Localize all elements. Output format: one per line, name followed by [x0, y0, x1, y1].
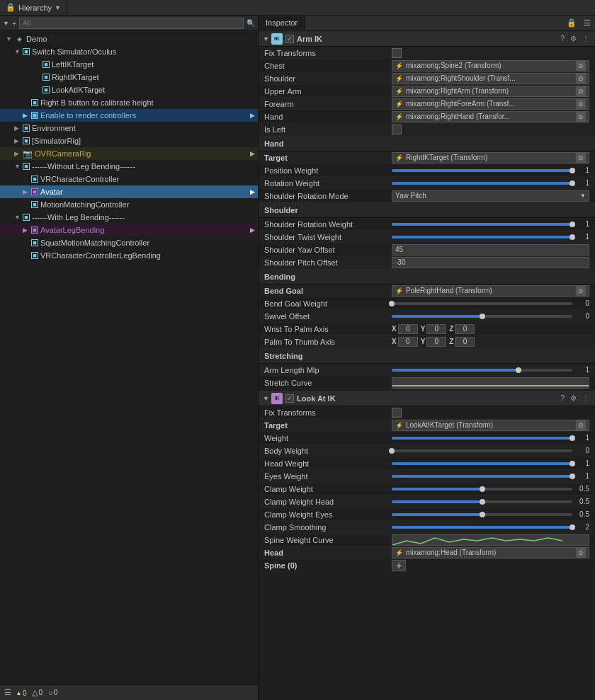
eyes-weight-handle[interactable] [570, 474, 575, 479]
clamp-weight-handle[interactable] [480, 486, 485, 492]
head-weight-handle[interactable] [570, 461, 575, 466]
shoulder-rotation-weight-slider[interactable] [392, 223, 572, 226]
spine-add-button[interactable]: + [392, 560, 406, 571]
look-weight-slider[interactable] [392, 437, 572, 440]
shoulder-rotation-mode-dropdown[interactable]: Yaw Pitch ▼ [392, 190, 589, 202]
eyes-weight-slider[interactable] [392, 475, 572, 478]
look-weight-handle[interactable] [570, 435, 575, 441]
tree-item-without-leg[interactable]: ▼ ■ ------Without Leg Bending------ [0, 160, 258, 173]
settings-icon[interactable]: ⚙ [569, 394, 578, 402]
shoulder-rotation-weight-handle[interactable] [570, 222, 575, 227]
menu-icon[interactable]: ☰ [4, 688, 11, 697]
look-at-ik-enabled-checkbox[interactable] [285, 394, 294, 403]
tree-item-lookat-ik[interactable]: ■ LookAtIKTarget [0, 84, 258, 96]
tree-item-avatar-leg[interactable]: ▶ ■ AvatarLegBending ▶ [0, 224, 258, 236]
inspector-tab[interactable]: Inspector [259, 16, 305, 30]
shoulder-yaw-offset-input[interactable] [392, 244, 589, 256]
body-weight-handle[interactable] [389, 448, 395, 454]
forearm-select-btn[interactable]: ⊙ [576, 99, 586, 109]
clamp-weight-head-handle[interactable] [480, 499, 485, 505]
palm-thumb-x-input[interactable] [398, 337, 418, 347]
help-icon[interactable]: ? [559, 394, 566, 402]
swivel-offset-slider[interactable] [392, 315, 572, 318]
chest-ref[interactable]: ⚡ mixamorig:Spine2 (Transform) ⊙ [392, 60, 589, 71]
arm-length-mlp-handle[interactable] [516, 367, 521, 373]
tree-item-enable-render[interactable]: ▶ ■ Enable to render controllers ▶ [0, 109, 258, 122]
wrist-palm-y-input[interactable] [426, 324, 446, 334]
head-ref[interactable]: ⚡ mixamorig:Head (Transform) ⊙ [392, 547, 589, 558]
forearm-ref[interactable]: ⚡ mixamorig:RightForeArm (Transf... ⊙ [392, 98, 589, 110]
hierarchy-tab-menu-icon[interactable]: ▼ [55, 4, 61, 11]
head-ref-select-btn[interactable]: ⊙ [576, 548, 586, 558]
palm-thumb-z-input[interactable] [455, 337, 475, 347]
bend-goal-weight-handle[interactable] [389, 301, 395, 306]
tree-item-calibrate[interactable]: ■ Right B button to calibrate height [0, 96, 258, 109]
target-select-btn[interactable]: ⊙ [576, 153, 586, 163]
tree-item-vr-char-ctrl[interactable]: ■ VRCharacterController [0, 173, 258, 185]
shoulder-twist-weight-slider[interactable] [392, 236, 572, 239]
is-left-checkbox[interactable] [392, 125, 402, 134]
tree-item-motion-matching[interactable]: ■ MotionMatchingController [0, 198, 258, 211]
fix-transforms-checkbox[interactable] [392, 48, 402, 58]
shoulder-pitch-offset-input[interactable] [392, 257, 589, 268]
bend-goal-ref[interactable]: ⚡ PoleRightHand (Transform) ⊙ [392, 285, 589, 297]
rotation-weight-slider-track[interactable] [392, 182, 572, 185]
position-weight-slider-track[interactable] [392, 169, 572, 172]
upper-arm-select-btn[interactable]: ⊙ [576, 86, 586, 96]
wrist-palm-z-input[interactable] [455, 324, 475, 334]
clamp-smoothing-handle[interactable] [570, 524, 575, 530]
look-target-select-btn[interactable]: ⊙ [576, 420, 586, 430]
tree-item-right-ik[interactable]: ■ RightIKTarget [0, 71, 258, 84]
arm-length-mlp-slider[interactable] [392, 369, 572, 372]
settings-icon[interactable]: ⚙ [569, 35, 578, 42]
hierarchy-dropdown-icon[interactable]: ▼ [3, 20, 9, 27]
body-weight-slider[interactable] [392, 449, 572, 452]
arm-ik-header[interactable]: ▼ IK Arm IK ? ⚙ ⋮ [259, 31, 595, 47]
shoulder-ref[interactable]: ⚡ mixamorig:RightShoulder (Transf... ⊙ [392, 73, 589, 84]
menu-dots-icon[interactable]: ⋮ [581, 394, 591, 402]
clamp-weight-eyes-handle[interactable] [480, 512, 485, 517]
look-at-ik-header[interactable]: ▼ IK Look At IK ? ⚙ ⋮ [259, 391, 595, 406]
arm-ik-enabled-checkbox[interactable] [285, 35, 294, 43]
shoulder-twist-weight-handle[interactable] [570, 234, 575, 240]
tree-item-left-ik[interactable]: ■ LeftIKTarget [0, 58, 258, 71]
tree-item-demo[interactable]: ▼ ◈ Demo [0, 33, 258, 45]
hierarchy-title-tab[interactable]: 🔒 Hierarchy ▼ [0, 0, 67, 15]
inspector-menu-icon[interactable]: ☰ [579, 18, 595, 28]
look-target-ref[interactable]: ⚡ LookAtIKTarget (Transform) ⊙ [392, 420, 589, 431]
shoulder-select-btn[interactable]: ⊙ [576, 74, 586, 84]
inspector-lock-icon[interactable]: 🔒 [564, 18, 579, 28]
help-icon[interactable]: ? [559, 35, 566, 42]
menu-dots-icon[interactable]: ⋮ [581, 35, 591, 42]
head-weight-slider[interactable] [392, 462, 572, 465]
hierarchy-search-input[interactable] [19, 18, 244, 29]
spine-weight-curve-preview[interactable] [392, 534, 589, 546]
tree-item-simulator-rig[interactable]: ▶ ■ [SimulatorRig] [0, 134, 258, 147]
rotation-weight-handle[interactable] [570, 180, 575, 186]
chest-select-btn[interactable]: ⊙ [576, 61, 586, 71]
position-weight-handle[interactable] [570, 168, 575, 173]
tree-item-switch-simulator[interactable]: ▼ ■ Switch Simulator/Oculus [0, 45, 258, 58]
tree-item-squat-motion[interactable]: ■ SquatMotionMatchingController [0, 236, 258, 249]
target-ref[interactable]: ⚡ RightIKTarget (Transform) ⊙ [392, 152, 589, 163]
clamp-weight-eyes-slider[interactable] [392, 513, 572, 516]
upper-arm-ref[interactable]: ⚡ mixamorig:RightArm (Transform) ⊙ [392, 86, 589, 97]
hand-ref[interactable]: ⚡ mixamorig:RightHand (Transfor... ⊙ [392, 111, 589, 122]
hand-select-btn[interactable]: ⊙ [576, 112, 586, 122]
stretch-curve-preview[interactable] [392, 377, 589, 389]
tree-item-with-leg[interactable]: ▼ ■ ------With Leg Bending------ [0, 211, 258, 224]
swivel-offset-handle[interactable] [480, 314, 485, 319]
add-icon[interactable]: + [12, 19, 16, 28]
tree-item-ovr-camera[interactable]: ▶ 📷 OVRCameraRig ▶ [0, 147, 258, 160]
clamp-smoothing-slider[interactable] [392, 526, 572, 529]
look-fix-transforms-checkbox[interactable] [392, 408, 402, 418]
palm-thumb-y-input[interactable] [426, 337, 446, 347]
tree-item-environment[interactable]: ▶ ■ Environment [0, 122, 258, 134]
wrist-palm-x-input[interactable] [398, 324, 418, 334]
clamp-weight-head-slider[interactable] [392, 500, 572, 503]
clamp-weight-slider[interactable] [392, 488, 572, 490]
bend-goal-weight-slider[interactable] [392, 302, 572, 305]
bend-goal-select-btn[interactable]: ⊙ [576, 286, 586, 296]
tree-item-vr-char-leg[interactable]: ■ VRCharacterControllerLegBending [0, 249, 258, 262]
tree-item-avatar[interactable]: ▶ ■ Avatar ▶ [0, 185, 258, 198]
